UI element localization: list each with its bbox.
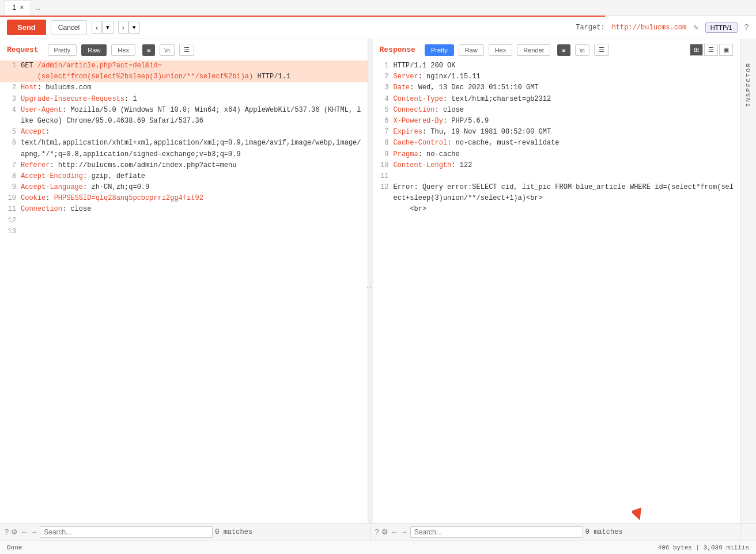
request-format-newline[interactable]: \n <box>160 44 174 56</box>
request-next-match[interactable]: → <box>30 528 37 536</box>
response-line-11: 11 <box>373 171 740 182</box>
request-search-input[interactable] <box>40 526 213 538</box>
request-tab-pretty[interactable]: Pretty <box>48 44 77 56</box>
response-search-section: ? ⚙ ← → 0 matches <box>371 523 740 540</box>
response-line-7: 7 Expires: Thu, 19 Nov 1981 08:52:00 GMT <box>373 127 740 138</box>
view-split-button[interactable]: ⊞ <box>690 44 703 56</box>
request-matches: 0 matches <box>215 528 252 536</box>
request-tab-raw[interactable]: Raw <box>81 44 107 56</box>
request-line-12: 12 <box>0 215 368 226</box>
toolbar-right: Target: http://bulucms.com ✎ HTTP/1 ? <box>576 22 749 33</box>
request-format-lines[interactable]: ≡ <box>142 44 155 56</box>
tab-bar: 1 × … <box>0 0 756 16</box>
response-line-1: 1 HTTP/1.1 200 OK <box>373 60 740 71</box>
request-code-area[interactable]: 1 GET /admin/article.php?act=del&id= (se… <box>0 58 368 537</box>
toolbar: Send Cancel ‹ ▾ › ▾ Target: http://buluc… <box>0 16 756 39</box>
response-line-6: 6 X-Powered-By: PHP/5.6.9 <box>373 116 740 127</box>
nav-prev-arrow-button[interactable]: ▾ <box>102 21 114 34</box>
request-line-10: 10 Cookie: PHPSESSID=qlq28anq5pcbcprri2g… <box>0 193 368 204</box>
status-stats: 406 bytes | 3,039 millis <box>658 544 749 551</box>
request-format-menu[interactable]: ☰ <box>179 44 194 56</box>
response-line-5: 5 Connection: close <box>373 105 740 116</box>
inspector-sidebar[interactable]: INSPECTOR <box>740 39 756 537</box>
response-matches: 0 matches <box>585 528 623 536</box>
request-line-2: 2 Host: bulucms.com <box>0 82 368 93</box>
request-line-4: 4 User-Agent: Mozilla/5.0 (Windows NT 10… <box>0 105 368 127</box>
tab-1[interactable]: 1 × <box>5 0 31 16</box>
send-button[interactable]: Send <box>7 20 46 35</box>
tab-close[interactable]: × <box>20 4 24 12</box>
response-next-match[interactable]: → <box>400 528 408 536</box>
response-line-12: 12 Error: Query error:SELECT cid, lit_pi… <box>373 182 740 215</box>
http-version-button[interactable]: HTTP/1 <box>705 22 738 33</box>
response-line-10: 10 Content-Length: 122 <box>373 160 740 171</box>
response-prev-match[interactable]: ← <box>391 528 398 536</box>
request-line-11: 11 Connection: close <box>0 204 368 215</box>
response-header: Response Pretty Raw Hex Render ≡ \n ☰ ⊞ … <box>373 39 740 58</box>
response-format-newline[interactable]: \n <box>575 44 589 56</box>
help-icon[interactable]: ? <box>744 23 749 32</box>
request-tab-hex[interactable]: Hex <box>111 44 135 56</box>
request-settings-icon[interactable]: ⚙ <box>11 528 18 536</box>
response-panel: Response Pretty Raw Hex Render ≡ \n ☰ ⊞ … <box>373 39 740 537</box>
request-search-section: ? ⚙ ← → 0 matches <box>0 523 371 540</box>
response-format-lines[interactable]: ≡ <box>557 44 570 56</box>
response-tab-raw[interactable]: Raw <box>459 44 484 56</box>
cancel-button[interactable]: Cancel <box>51 20 87 35</box>
response-code-area[interactable]: 1 HTTP/1.1 200 OK 2 Server: nginx/1.15.1… <box>373 58 740 537</box>
request-prev-match[interactable]: ← <box>20 528 28 536</box>
edit-icon[interactable]: ✎ <box>693 22 698 32</box>
response-tab-hex[interactable]: Hex <box>489 44 513 56</box>
response-format-menu[interactable]: ☰ <box>594 44 609 56</box>
response-line-3: 3 Date: Wed, 13 Dec 2023 01:51:10 GMT <box>373 82 740 93</box>
panel-divider[interactable]: ⋮ <box>368 39 373 537</box>
loading-bar <box>0 16 605 17</box>
request-title: Request <box>7 45 39 54</box>
response-help-icon[interactable]: ? <box>375 528 379 536</box>
tab-number: 1 <box>12 4 16 12</box>
request-line-8: 8 Accept-Encoding: gzip, deflate <box>0 171 368 182</box>
target-label: Target: <box>576 24 604 32</box>
target-url[interactable]: http://bulucms.com <box>612 24 687 32</box>
response-tab-render[interactable]: Render <box>517 44 550 56</box>
response-line-9: 9 Pragma: no-cache <box>373 149 740 160</box>
status-done: Done <box>7 544 22 551</box>
nav-prev-button[interactable]: ‹ <box>92 21 102 34</box>
request-line-9: 9 Accept-Language: zh-CN,zh;q=0.9 <box>0 182 368 193</box>
tab-ellipsis: … <box>36 4 40 12</box>
request-help-icon[interactable]: ? <box>5 528 9 536</box>
request-line-1: 1 GET /admin/article.php?act=del&id= (se… <box>0 60 368 82</box>
response-settings-icon[interactable]: ⚙ <box>381 528 388 536</box>
request-header: Request Pretty Raw Hex ≡ \n ☰ <box>0 39 368 58</box>
view-toggle: ⊞ ☰ ▣ <box>690 44 733 56</box>
status-bar: Done 406 bytes | 3,039 millis <box>0 540 756 554</box>
request-line-3: 3 Upgrade-Insecure-Requests: 1 <box>0 94 368 105</box>
inspector-bottom-spacer <box>740 523 756 540</box>
request-line-6: 6 text/html,application/xhtml+xml,applic… <box>0 138 368 160</box>
request-line-7: 7 Referer: http://bulucms.com/admin/inde… <box>0 160 368 171</box>
response-line-4: 4 Content-Type: text/html;charset=gb2312 <box>373 94 740 105</box>
response-search-input[interactable] <box>410 526 583 538</box>
request-line-5: 5 Accept: <box>0 127 368 138</box>
request-panel: Request Pretty Raw Hex ≡ \n ☰ 1 GET /adm… <box>0 39 368 537</box>
inspector-label: INSPECTOR <box>745 62 752 107</box>
response-tab-pretty[interactable]: Pretty <box>425 44 454 56</box>
nav-next-arrow-button[interactable]: ▾ <box>128 21 140 34</box>
response-line-2: 2 Server: nginx/1.15.11 <box>373 71 740 82</box>
view-compact-button[interactable]: ▣ <box>719 44 733 56</box>
response-line-8: 8 Cache-Control: no-cache, must-revalida… <box>373 138 740 149</box>
nav-next-button[interactable]: › <box>118 21 128 34</box>
request-line-13: 13 <box>0 226 368 237</box>
view-list-button[interactable]: ☰ <box>704 44 718 56</box>
response-title: Response <box>380 45 415 54</box>
